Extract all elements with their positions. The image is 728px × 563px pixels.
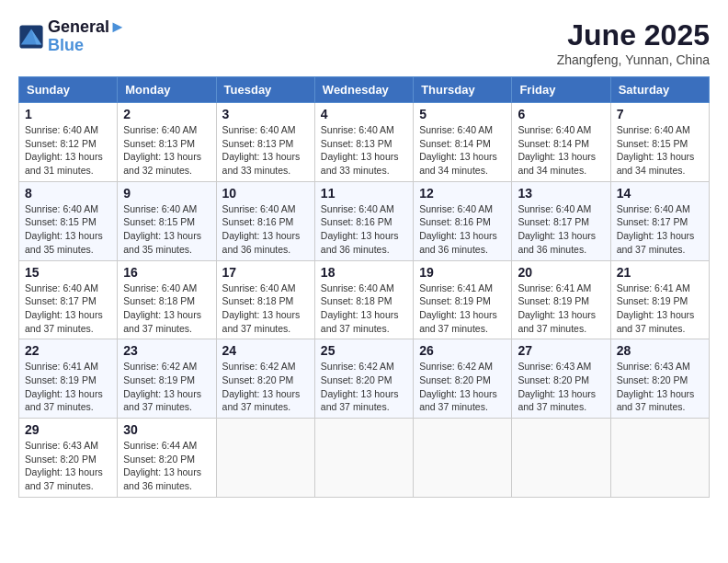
calendar-cell: 29Sunrise: 6:43 AM Sunset: 8:20 PM Dayli… <box>19 419 118 498</box>
calendar-cell: 22Sunrise: 6:41 AM Sunset: 8:19 PM Dayli… <box>19 339 118 419</box>
day-header-sunday: Sunday <box>19 77 118 103</box>
day-number: 10 <box>222 186 309 201</box>
calendar-cell: 25Sunrise: 6:42 AM Sunset: 8:20 PM Dayli… <box>314 339 413 419</box>
day-number: 29 <box>25 422 111 437</box>
calendar-cell: 13Sunrise: 6:40 AM Sunset: 8:17 PM Dayli… <box>512 181 610 260</box>
day-number: 25 <box>321 343 407 358</box>
day-info: Sunrise: 6:41 AM Sunset: 8:19 PM Dayligh… <box>25 360 111 414</box>
calendar-cell: 28Sunrise: 6:43 AM Sunset: 8:20 PM Dayli… <box>610 339 709 419</box>
page-header: General► Blue June 2025 Zhangfeng, Yunna… <box>18 18 710 67</box>
day-number: 4 <box>321 107 407 121</box>
calendar-week-4: 22Sunrise: 6:41 AM Sunset: 8:19 PM Dayli… <box>19 339 710 419</box>
day-info: Sunrise: 6:40 AM Sunset: 8:18 PM Dayligh… <box>222 282 309 336</box>
day-number: 1 <box>25 107 111 121</box>
day-info: Sunrise: 6:42 AM Sunset: 8:20 PM Dayligh… <box>222 360 309 414</box>
day-number: 7 <box>617 107 703 121</box>
calendar-cell: 7Sunrise: 6:40 AM Sunset: 8:15 PM Daylig… <box>610 103 709 182</box>
day-info: Sunrise: 6:40 AM Sunset: 8:15 PM Dayligh… <box>25 202 111 257</box>
calendar-cell <box>610 419 709 498</box>
calendar-cell: 27Sunrise: 6:43 AM Sunset: 8:20 PM Dayli… <box>512 339 610 419</box>
day-info: Sunrise: 6:40 AM Sunset: 8:18 PM Dayligh… <box>123 282 210 336</box>
day-info: Sunrise: 6:42 AM Sunset: 8:20 PM Dayligh… <box>419 360 506 414</box>
day-info: Sunrise: 6:44 AM Sunset: 8:20 PM Dayligh… <box>123 439 210 493</box>
calendar-cell: 21Sunrise: 6:41 AM Sunset: 8:19 PM Dayli… <box>610 260 709 339</box>
day-info: Sunrise: 6:40 AM Sunset: 8:14 PM Dayligh… <box>419 123 506 178</box>
calendar-cell: 14Sunrise: 6:40 AM Sunset: 8:17 PM Dayli… <box>610 181 709 260</box>
month-title: June 2025 <box>557 18 710 52</box>
calendar-header-row: SundayMondayTuesdayWednesdayThursdayFrid… <box>19 77 710 103</box>
day-info: Sunrise: 6:40 AM Sunset: 8:15 PM Dayligh… <box>617 123 703 178</box>
calendar-cell: 23Sunrise: 6:42 AM Sunset: 8:19 PM Dayli… <box>118 339 216 419</box>
day-number: 5 <box>419 107 506 121</box>
day-info: Sunrise: 6:40 AM Sunset: 8:12 PM Dayligh… <box>25 123 111 178</box>
calendar-cell: 8Sunrise: 6:40 AM Sunset: 8:15 PM Daylig… <box>19 181 118 260</box>
day-info: Sunrise: 6:40 AM Sunset: 8:17 PM Dayligh… <box>617 202 703 257</box>
calendar-cell <box>512 419 610 498</box>
day-header-thursday: Thursday <box>414 77 512 103</box>
day-info: Sunrise: 6:42 AM Sunset: 8:19 PM Dayligh… <box>123 360 210 414</box>
calendar-week-5: 29Sunrise: 6:43 AM Sunset: 8:20 PM Dayli… <box>19 419 710 498</box>
day-number: 27 <box>518 343 604 358</box>
day-info: Sunrise: 6:40 AM Sunset: 8:17 PM Dayligh… <box>25 282 111 336</box>
day-number: 17 <box>222 265 309 280</box>
logo-text: General► Blue <box>48 18 126 55</box>
day-info: Sunrise: 6:40 AM Sunset: 8:16 PM Dayligh… <box>321 202 407 257</box>
day-number: 26 <box>419 343 506 358</box>
calendar-cell <box>414 419 512 498</box>
day-info: Sunrise: 6:40 AM Sunset: 8:17 PM Dayligh… <box>518 202 604 257</box>
day-info: Sunrise: 6:43 AM Sunset: 8:20 PM Dayligh… <box>25 439 111 493</box>
day-info: Sunrise: 6:40 AM Sunset: 8:16 PM Dayligh… <box>222 202 309 257</box>
day-info: Sunrise: 6:40 AM Sunset: 8:13 PM Dayligh… <box>222 123 309 178</box>
day-info: Sunrise: 6:42 AM Sunset: 8:20 PM Dayligh… <box>321 360 407 414</box>
calendar-table: SundayMondayTuesdayWednesdayThursdayFrid… <box>18 76 710 498</box>
day-info: Sunrise: 6:43 AM Sunset: 8:20 PM Dayligh… <box>518 360 604 414</box>
calendar-cell: 6Sunrise: 6:40 AM Sunset: 8:14 PM Daylig… <box>512 103 610 182</box>
day-number: 9 <box>123 186 210 201</box>
day-number: 16 <box>123 265 210 280</box>
calendar-cell: 30Sunrise: 6:44 AM Sunset: 8:20 PM Dayli… <box>118 419 216 498</box>
day-info: Sunrise: 6:40 AM Sunset: 8:15 PM Dayligh… <box>123 202 210 257</box>
calendar-cell: 12Sunrise: 6:40 AM Sunset: 8:16 PM Dayli… <box>414 181 512 260</box>
day-info: Sunrise: 6:43 AM Sunset: 8:20 PM Dayligh… <box>617 360 703 414</box>
day-number: 23 <box>123 343 210 358</box>
calendar-cell: 11Sunrise: 6:40 AM Sunset: 8:16 PM Dayli… <box>314 181 413 260</box>
calendar-cell: 18Sunrise: 6:40 AM Sunset: 8:18 PM Dayli… <box>314 260 413 339</box>
day-header-saturday: Saturday <box>610 77 709 103</box>
calendar-cell: 19Sunrise: 6:41 AM Sunset: 8:19 PM Dayli… <box>414 260 512 339</box>
day-number: 21 <box>617 265 703 280</box>
calendar-cell: 2Sunrise: 6:40 AM Sunset: 8:13 PM Daylig… <box>118 103 216 182</box>
calendar-cell: 5Sunrise: 6:40 AM Sunset: 8:14 PM Daylig… <box>414 103 512 182</box>
calendar-cell <box>216 419 314 498</box>
day-info: Sunrise: 6:40 AM Sunset: 8:18 PM Dayligh… <box>321 282 407 336</box>
calendar-cell: 10Sunrise: 6:40 AM Sunset: 8:16 PM Dayli… <box>216 181 314 260</box>
calendar-cell: 3Sunrise: 6:40 AM Sunset: 8:13 PM Daylig… <box>216 103 314 182</box>
day-number: 18 <box>321 265 407 280</box>
calendar-week-2: 8Sunrise: 6:40 AM Sunset: 8:15 PM Daylig… <box>19 181 710 260</box>
day-info: Sunrise: 6:40 AM Sunset: 8:16 PM Dayligh… <box>419 202 506 257</box>
calendar-cell: 1Sunrise: 6:40 AM Sunset: 8:12 PM Daylig… <box>19 103 118 182</box>
day-number: 3 <box>222 107 309 121</box>
location: Zhangfeng, Yunnan, China <box>557 52 710 67</box>
day-number: 11 <box>321 186 407 201</box>
day-number: 15 <box>25 265 111 280</box>
day-number: 2 <box>123 107 210 121</box>
day-number: 22 <box>25 343 111 358</box>
day-number: 6 <box>518 107 604 121</box>
calendar-cell: 9Sunrise: 6:40 AM Sunset: 8:15 PM Daylig… <box>118 181 216 260</box>
calendar-week-1: 1Sunrise: 6:40 AM Sunset: 8:12 PM Daylig… <box>19 103 710 182</box>
calendar-cell <box>314 419 413 498</box>
calendar-cell: 4Sunrise: 6:40 AM Sunset: 8:13 PM Daylig… <box>314 103 413 182</box>
day-number: 8 <box>25 186 111 201</box>
calendar-cell: 26Sunrise: 6:42 AM Sunset: 8:20 PM Dayli… <box>414 339 512 419</box>
day-info: Sunrise: 6:40 AM Sunset: 8:13 PM Dayligh… <box>123 123 210 178</box>
day-header-monday: Monday <box>118 77 216 103</box>
day-number: 20 <box>518 265 604 280</box>
logo: General► Blue <box>18 18 126 55</box>
calendar-cell: 24Sunrise: 6:42 AM Sunset: 8:20 PM Dayli… <box>216 339 314 419</box>
day-info: Sunrise: 6:41 AM Sunset: 8:19 PM Dayligh… <box>617 282 703 336</box>
day-info: Sunrise: 6:41 AM Sunset: 8:19 PM Dayligh… <box>419 282 506 336</box>
calendar-cell: 16Sunrise: 6:40 AM Sunset: 8:18 PM Dayli… <box>118 260 216 339</box>
title-block: June 2025 Zhangfeng, Yunnan, China <box>557 18 710 67</box>
calendar-cell: 15Sunrise: 6:40 AM Sunset: 8:17 PM Dayli… <box>19 260 118 339</box>
day-info: Sunrise: 6:40 AM Sunset: 8:13 PM Dayligh… <box>321 123 407 178</box>
